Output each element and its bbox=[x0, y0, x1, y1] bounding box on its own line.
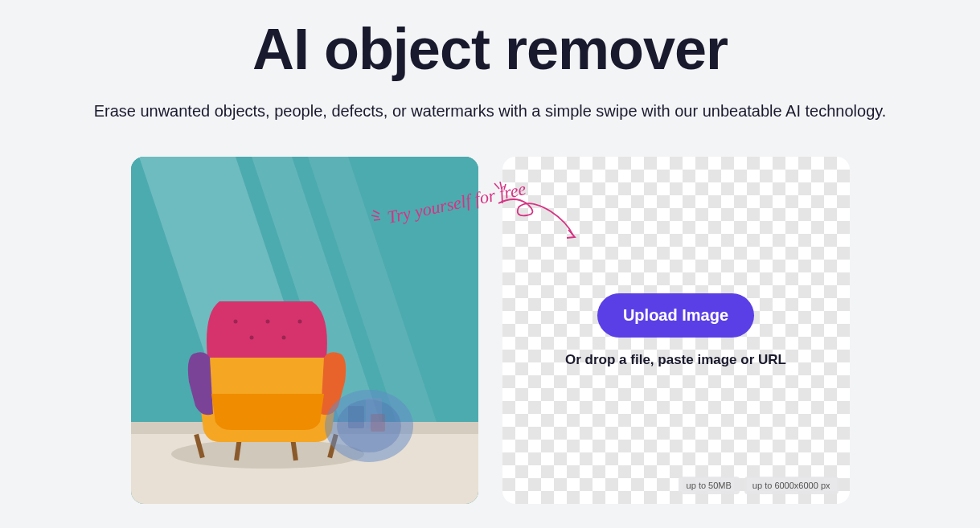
svg-rect-21 bbox=[371, 414, 385, 432]
upload-image-button[interactable]: Upload Image bbox=[597, 293, 754, 338]
svg-line-26 bbox=[500, 182, 502, 189]
drop-instruction-text: Or drop a file, paste image or URL bbox=[565, 352, 786, 368]
svg-point-12 bbox=[233, 320, 237, 324]
svg-point-13 bbox=[265, 320, 269, 324]
svg-line-25 bbox=[494, 183, 499, 189]
page-subtitle: Erase unwanted objects, people, defects,… bbox=[32, 102, 948, 121]
armchair-scene-icon bbox=[131, 157, 478, 504]
svg-point-14 bbox=[297, 320, 301, 324]
upload-dropzone[interactable]: Upload Image Or drop a file, paste image… bbox=[502, 157, 850, 504]
svg-point-15 bbox=[249, 336, 253, 340]
dimensions-limit-badge: up to 6000x6000 px bbox=[744, 477, 839, 494]
page-title: AI object remover bbox=[32, 16, 948, 82]
preview-image bbox=[131, 157, 478, 504]
size-limit-badge: up to 50MB bbox=[679, 477, 740, 494]
svg-rect-19 bbox=[348, 406, 364, 428]
svg-point-16 bbox=[281, 336, 285, 340]
